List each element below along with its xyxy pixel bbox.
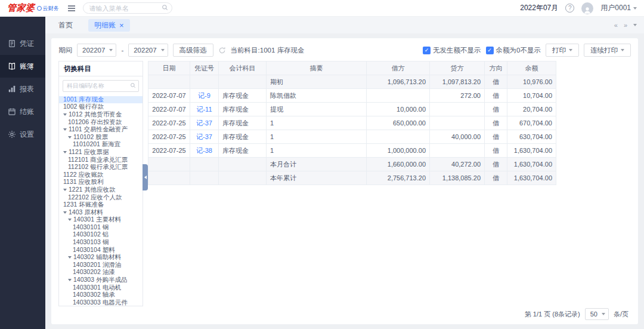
voucher-link[interactable]: 记-37 [196, 133, 212, 140]
tree-item[interactable]: 140302 辅助材料 [59, 254, 143, 262]
avatar[interactable] [581, 2, 593, 14]
voucher-link[interactable]: 记-37 [196, 119, 212, 127]
tree-item[interactable]: 14030101 钢 [59, 224, 143, 232]
chevron-down-icon[interactable] [63, 189, 67, 191]
cell-balance: 1,630,704.00 [507, 144, 556, 158]
tree-item[interactable]: 11010201 新海宜 [59, 141, 143, 149]
cell-debit: 1,096,713.20 [367, 75, 430, 89]
hide-no-activity-checkbox[interactable]: ✓ 无发生额不显示 [423, 46, 481, 55]
sidebar-item-账簿[interactable]: 账簿 [0, 55, 45, 78]
table-row: 2022-07-25记-37库存现金140,000.00借630,704.00 [148, 130, 556, 144]
print-button[interactable]: 打印 [546, 44, 579, 57]
cell-voucher: 记-11 [190, 103, 219, 116]
tree-item[interactable]: 1012 其他货币资金 [59, 111, 143, 119]
report-icon [8, 85, 16, 93]
tree-item[interactable]: 14030201 润滑油 [59, 262, 143, 269]
sidebar-item-label: 结账 [20, 107, 34, 117]
tab-list: 首页明细账× [52, 19, 130, 32]
period-from-select[interactable]: 202207 [77, 44, 116, 57]
sidebar-item-设置[interactable]: 设置 [0, 123, 45, 146]
tree-item[interactable]: 14030301 电动机 [59, 284, 143, 291]
chevron-down-icon[interactable] [68, 279, 72, 281]
sidebar-item-结账[interactable]: 结账 [0, 100, 45, 123]
tree-item[interactable]: 122102 应收个人款 [59, 193, 143, 201]
print-continuous-button[interactable]: 连续打印 [584, 44, 631, 57]
chevron-down-icon[interactable] [68, 219, 72, 221]
refresh-icon[interactable] [218, 47, 226, 54]
tree-item[interactable]: 140301 主要材料 [59, 216, 143, 224]
tree-item[interactable]: 14030302 轴承 [59, 291, 143, 299]
tree-item[interactable]: 110102 股票 [59, 133, 143, 141]
tree-item[interactable]: 14030202 油漆 [59, 269, 143, 276]
column-header: 凭证号 [190, 62, 219, 75]
period-to-value: 202207 [134, 47, 156, 54]
voucher-link[interactable]: 记-9 [198, 92, 210, 99]
tree-item[interactable]: 1121 应收票据 [59, 149, 143, 156]
voucher-link[interactable]: 记-11 [196, 106, 212, 113]
advanced-filter-button[interactable]: 高级筛选 [173, 44, 213, 57]
close-icon[interactable]: × [119, 21, 124, 29]
sidebar-item-报表[interactable]: 报表 [0, 78, 45, 100]
settings-icon [8, 130, 16, 139]
tree-item[interactable]: 14030104 塑料 [59, 246, 143, 254]
cell-summary: 1 [267, 130, 367, 144]
checkbox-checked-icon: ✓ [423, 47, 431, 54]
menu-toggle-icon[interactable] [67, 5, 76, 12]
scroll-right-icon[interactable]: » [624, 21, 627, 29]
page-size-select[interactable]: 50 [585, 308, 609, 320]
chevron-down-icon[interactable] [68, 256, 72, 259]
tree-item[interactable]: 1131 应收股利 [59, 179, 143, 186]
tab-明细账[interactable]: 明细账× [88, 19, 130, 32]
tab-menu-icon[interactable] [633, 24, 637, 26]
tree-item[interactable]: 14030102 铝 [59, 231, 143, 239]
topbar-right: 2022年07月 ? 用户0001 [520, 2, 637, 14]
tree-item[interactable]: 140303 外购半成品 [59, 276, 143, 284]
print-label: 打印 [552, 46, 566, 55]
tree-item[interactable]: 101206 存出投资款 [59, 118, 143, 126]
period-to-select[interactable]: 202207 [128, 44, 168, 57]
chevron-down-icon[interactable] [63, 113, 67, 116]
cell-debit [367, 89, 430, 103]
chevron-down-icon[interactable] [68, 136, 72, 139]
cell-direction: 借 [485, 89, 507, 103]
tree-collapse-handle[interactable] [143, 164, 148, 190]
current-period[interactable]: 2022年07月 [520, 3, 558, 13]
tree-item[interactable]: 14030303 电器元件 [59, 299, 143, 306]
tree-item[interactable]: 1001 库存现金 [59, 96, 143, 104]
sidebar-item-凭证[interactable]: 凭证 [0, 32, 45, 55]
tree-item[interactable]: 1403 原材料 [59, 208, 143, 216]
cell-voucher [190, 158, 219, 171]
chevron-down-icon[interactable] [63, 151, 67, 153]
tree-item[interactable]: 1231 坏账准备 [59, 201, 143, 209]
cell-subject: 库存现金 [219, 116, 267, 130]
scroll-left-icon[interactable]: « [614, 21, 618, 29]
tab-label: 首页 [58, 20, 73, 30]
app-logo: 管家婆 云财务 [7, 2, 59, 14]
cell-credit [430, 103, 485, 116]
cell-date [148, 171, 190, 185]
cell-credit: 40,272.00 [430, 158, 485, 171]
column-header: 方向 [485, 62, 507, 75]
menu-search-input[interactable] [83, 2, 172, 14]
tree-item[interactable]: 14030103 铜 [59, 239, 143, 247]
tree-item[interactable]: 1002 银行存款 [59, 103, 143, 111]
table-row: 2022-07-25记-38库存现金11,000,000.00借1,630,70… [148, 144, 556, 158]
table-header-row: 日期凭证号会计科目摘要借方贷方方向余额 [148, 62, 556, 75]
tree-item[interactable]: 112101 商业承兑汇票 [59, 156, 143, 164]
cell-summary: 期初 [267, 75, 367, 89]
chevron-down-icon [109, 49, 113, 51]
tree-item[interactable]: 112102 银行承兑汇票 [59, 164, 143, 171]
voucher-link[interactable]: 记-38 [196, 147, 212, 154]
sidebar-nav: 凭证账簿报表结账设置 [0, 17, 45, 329]
tree-item[interactable]: 1221 其他应收款 [59, 186, 143, 194]
tree-item[interactable]: 1122 应收账款 [59, 171, 143, 179]
cell-date [148, 158, 190, 171]
tree-item[interactable]: 1101 交易性金融资产 [59, 126, 143, 134]
account-search-input[interactable] [63, 80, 139, 92]
hide-zero-balance-checkbox[interactable]: ✓ 余额为0不显示 [486, 46, 541, 55]
chevron-down-icon[interactable] [63, 128, 67, 131]
chevron-down-icon[interactable] [63, 211, 67, 214]
tab-首页[interactable]: 首页 [52, 19, 79, 32]
help-icon[interactable]: ? [565, 4, 574, 13]
user-menu[interactable]: 用户0001 [600, 3, 637, 13]
